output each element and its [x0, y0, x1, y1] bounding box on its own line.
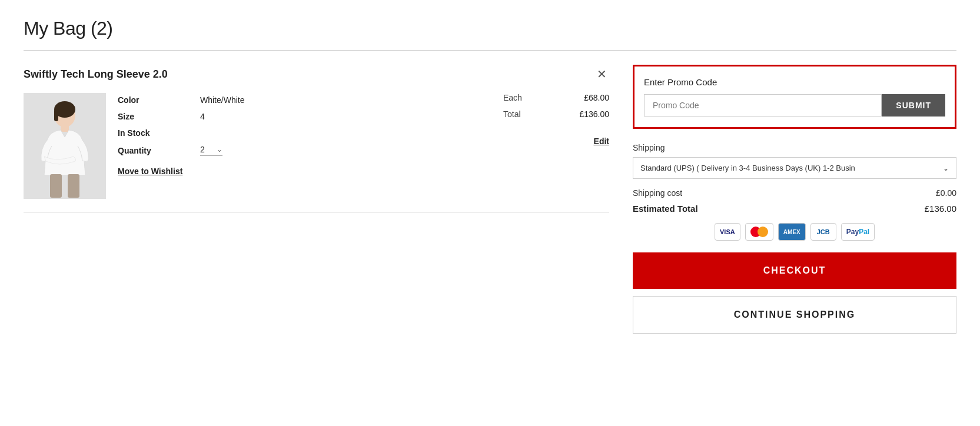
mc-right-circle [758, 227, 768, 237]
mastercard-icon [745, 223, 773, 241]
quantity-value: 2 [200, 145, 212, 154]
remove-item-button[interactable]: ✕ [594, 65, 609, 84]
amex-icon: AMEX [778, 223, 806, 241]
estimated-total-row: Estimated Total £136.00 [633, 204, 956, 214]
cart-item-header: Swiftly Tech Long Sleeve 2.0 ✕ [24, 65, 609, 84]
shipping-chevron-icon: ⌄ [943, 164, 949, 172]
jcb-icon: JCB [810, 223, 836, 241]
amex-text: AMEX [783, 229, 800, 235]
stock-row: In Stock [118, 128, 480, 138]
main-layout: Swiftly Tech Long Sleeve 2.0 ✕ [24, 65, 956, 334]
shipping-section: Shipping Standard (UPS) ( Delivery in 3-… [633, 143, 956, 179]
stock-label: In Stock [118, 128, 150, 138]
shipping-cost-row: Shipping cost £0.00 [633, 188, 956, 198]
promo-section: Enter Promo Code SUBMIT [633, 65, 956, 129]
shipping-cost-value: £0.00 [936, 188, 956, 198]
item-name: Swiftly Tech Long Sleeve 2.0 [24, 68, 168, 81]
edit-item-button[interactable]: Edit [594, 137, 609, 146]
size-label: Size [118, 112, 165, 121]
promo-label: Enter Promo Code [644, 77, 945, 87]
payment-icons: VISA AMEX JCB PayPal [633, 223, 956, 241]
move-to-wishlist-button[interactable]: Move to Wishlist [118, 167, 182, 176]
svg-rect-6 [68, 174, 79, 198]
sidebar-section: Enter Promo Code SUBMIT Shipping Standar… [633, 65, 956, 334]
header-divider [24, 50, 956, 51]
each-price-row: Each £68.00 [503, 93, 609, 102]
paypal-text2: Pal [859, 228, 869, 236]
size-row: Size 4 [118, 112, 480, 121]
promo-code-input[interactable] [644, 94, 882, 117]
quantity-selector[interactable]: 2 ⌄ [200, 145, 222, 156]
page-title: My Bag (2) [24, 18, 956, 39]
svg-rect-5 [50, 174, 62, 198]
jcb-text: JCB [817, 228, 830, 235]
shipping-option-text: Standard (UPS) ( Delivery in 3-4 Busines… [640, 164, 938, 172]
continue-shopping-button[interactable]: CONTINUE SHOPPING [633, 296, 956, 334]
each-label: Each [503, 93, 522, 102]
cart-item-divider [24, 212, 609, 212]
color-row: Color White/White [118, 95, 480, 105]
item-price-section: Each £68.00 Total £136.00 Edit [491, 93, 609, 146]
item-body: Color White/White Size 4 In Stock Quanti… [24, 93, 609, 199]
shipping-cost-label: Shipping cost [633, 188, 682, 198]
color-value: White/White [200, 95, 244, 105]
estimated-total-value: £136.00 [925, 204, 956, 214]
promo-input-row: SUBMIT [644, 94, 945, 117]
page-container: My Bag (2) Swiftly Tech Long Sleeve 2.0 … [0, 0, 980, 426]
estimated-total-label: Estimated Total [633, 204, 698, 214]
promo-submit-button[interactable]: SUBMIT [882, 94, 945, 117]
paypal-text: Pay [846, 228, 859, 236]
total-price: £136.00 [579, 109, 609, 119]
quantity-label: Quantity [118, 146, 165, 155]
cart-item: Swiftly Tech Long Sleeve 2.0 ✕ [24, 65, 609, 224]
paypal-icon: PayPal [841, 223, 875, 241]
color-label: Color [118, 95, 165, 105]
cart-section: Swiftly Tech Long Sleeve 2.0 ✕ [24, 65, 609, 224]
total-price-row: Total £136.00 [503, 109, 609, 119]
shipping-label: Shipping [633, 143, 956, 152]
each-price: £68.00 [584, 93, 609, 102]
quantity-chevron-icon: ⌄ [217, 145, 222, 154]
price-rows: Each £68.00 Total £136.00 [503, 93, 609, 119]
total-label: Total [503, 109, 521, 119]
svg-rect-4 [61, 126, 69, 132]
checkout-button[interactable]: CHECKOUT [633, 252, 956, 289]
shipping-selector[interactable]: Standard (UPS) ( Delivery in 3-4 Busines… [633, 157, 956, 179]
item-details: Color White/White Size 4 In Stock Quanti… [118, 93, 480, 176]
visa-icon: VISA [715, 223, 740, 241]
quantity-row: Quantity 2 ⌄ [118, 145, 480, 156]
svg-rect-3 [54, 109, 58, 121]
item-image [24, 93, 106, 199]
mastercard-wrapper [750, 227, 768, 237]
size-value: 4 [200, 112, 205, 121]
